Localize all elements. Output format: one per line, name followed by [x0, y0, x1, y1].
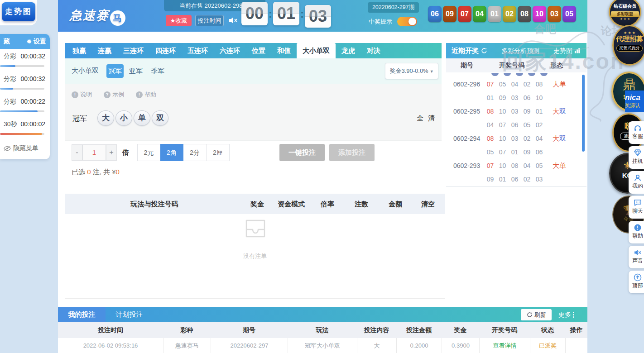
badge-agent-recruit[interactable]: ★ ★ ★ 代理招募 托管式跑分	[612, 25, 644, 66]
badge1-line1: 钻石级会员	[610, 3, 640, 10]
refresh-button[interactable]: 刷新	[521, 309, 552, 320]
refresh-icon	[527, 312, 533, 318]
tab-plan-bets[interactable]: 计划投注	[106, 307, 153, 322]
game-tab-3[interactable]: 三连环	[117, 43, 149, 58]
unit-1[interactable]: 2元	[137, 144, 160, 161]
position-chip-3[interactable]: 季军	[151, 64, 164, 78]
clear-button[interactable]: 清	[428, 114, 435, 123]
unit-3[interactable]: 2分	[183, 144, 207, 161]
game-tab-10[interactable]: 龙虎	[336, 43, 361, 58]
progress-track	[0, 65, 44, 67]
win-tip-toggle[interactable]	[397, 17, 417, 26]
colon: :	[299, 2, 305, 25]
draw-number: 04	[521, 160, 533, 172]
unit-2[interactable]: 2角	[160, 144, 183, 161]
help-link[interactable]: !帮助	[136, 91, 156, 99]
bet-option-小[interactable]: 小	[115, 110, 132, 126]
betslip-col-header: 玩法与投注号码	[65, 200, 244, 209]
float-button-帮助[interactable]: 帮助	[629, 221, 644, 243]
lottery-item[interactable]: 30秒00:00:02	[0, 117, 50, 139]
tab-my-bets[interactable]: 我的投注	[58, 307, 106, 322]
position-chip-1[interactable]: 冠军	[106, 64, 124, 78]
page: 急速赛马 当前在售 20220602-298 期 ★收藏 投注时间 00 : 0…	[0, 0, 644, 353]
sidebar-settings[interactable]: 设置	[26, 34, 46, 49]
bet-option-大[interactable]: 大	[97, 110, 114, 126]
select-all-button[interactable]: 全	[417, 114, 423, 123]
tab-trend[interactable]: 走势图	[553, 43, 580, 58]
betslip-col-header: 倍率	[312, 200, 343, 209]
float-button-聊天[interactable]: 聊天	[629, 196, 644, 219]
help-link[interactable]: !说明	[72, 91, 92, 99]
more-button[interactable]: 更多	[558, 307, 574, 322]
draw-number: 08	[509, 160, 521, 172]
total-amount: 0	[116, 168, 120, 176]
position-chip-2[interactable]: 亚军	[129, 64, 143, 78]
bet-time-button[interactable]: 投注时间	[195, 15, 224, 26]
recent-pattern: 大双	[545, 133, 574, 144]
bet-option-单[interactable]: 单	[134, 110, 150, 126]
draw-number: 07	[496, 119, 509, 131]
recent-scrollbar[interactable]	[582, 75, 585, 152]
countdown-hours: 00	[241, 2, 268, 25]
help-link[interactable]: ?示例	[104, 91, 124, 99]
pattern-char: 大	[553, 80, 559, 88]
refresh-label: 刷新	[534, 309, 546, 320]
betslip-col-header: 清空	[411, 200, 445, 209]
game-tab-4[interactable]: 四连环	[149, 43, 182, 58]
game-tab-1[interactable]: 独赢	[67, 43, 92, 58]
logo-horse-circle: 马	[110, 10, 125, 26]
tab-recent-draws[interactable]: 近期开奖	[452, 43, 487, 58]
game-tab-7[interactable]: 位置	[246, 43, 271, 58]
float-button-挂机[interactable]: 挂机	[629, 146, 644, 169]
game-tab-11[interactable]: 对决	[361, 43, 386, 58]
recent-row: 0602-29408100302040507010906大双	[446, 131, 586, 158]
float-button-客服[interactable]: 客服	[629, 121, 644, 144]
colon: :	[268, 2, 273, 25]
draw-number: 08	[484, 133, 496, 144]
float-button-声音[interactable]: 声音	[629, 246, 644, 268]
badge-nica[interactable]: nica 奖源认	[625, 91, 644, 112]
speaker-mute-icon[interactable]	[229, 16, 238, 26]
trend-patch: 走势图	[0, 0, 37, 25]
game-tab-5[interactable]: 五连环	[182, 43, 214, 58]
lottery-item[interactable]: 分彩00:00:32	[0, 72, 50, 94]
trend-chart-button[interactable]: 走势图	[2, 2, 35, 21]
game-tab-9[interactable]: 大小单双	[297, 43, 336, 58]
summary-prefix: 已选	[72, 168, 85, 176]
multiplier-input[interactable]: 1	[82, 144, 106, 161]
recent-numbers-line1: 0705040208	[484, 78, 545, 90]
multiplier-minus-button[interactable]: -	[72, 144, 82, 161]
draw-number: 03	[509, 92, 521, 104]
partial-row-balls	[491, 73, 548, 76]
diamond-icon	[634, 149, 642, 157]
lottery-item[interactable]: 分彩00:00:22	[0, 94, 50, 117]
tab-analysis[interactable]: 多彩分析预测	[501, 43, 539, 58]
bonus-dropdown[interactable]: 奖金3.90-0.0%▼	[385, 63, 438, 79]
headset-icon	[634, 124, 642, 132]
game-tab-8[interactable]: 和值	[271, 43, 297, 58]
add-bet-button[interactable]: 添加投注	[329, 144, 375, 161]
badge-diamond-member[interactable]: 钻石级会员 多彩联盟 ★ ★ ★	[609, 0, 641, 27]
quick-bet-button[interactable]: 一键投注	[279, 144, 325, 161]
view-details-link[interactable]: 查看详情	[479, 338, 530, 353]
sidebar-fav-label[interactable]: 藏	[4, 34, 10, 49]
recent-numbers-line2: 0407060502	[484, 119, 545, 131]
unit-4[interactable]: 2厘	[207, 144, 230, 161]
multiplier-plus-button[interactable]: +	[106, 144, 117, 161]
top-header: 急速赛马 当前在售 20220602-298 期 ★收藏 投注时间 00 : 0…	[58, 0, 587, 32]
bet-option-双[interactable]: 双	[152, 110, 168, 126]
game-tab-6[interactable]: 六连环	[214, 43, 246, 58]
draw-number: 08	[533, 78, 545, 90]
betslip-col-header: 注数	[343, 200, 380, 209]
pattern-char: 双	[559, 134, 566, 142]
draw-number: 04	[533, 133, 545, 144]
float-button-我的[interactable]: 我的	[629, 171, 644, 194]
hide-menu-button[interactable]: 隐藏菜单	[4, 144, 38, 153]
recent-issue: 0602-293	[453, 160, 482, 172]
favorite-button[interactable]: ★收藏	[166, 15, 192, 26]
lottery-item[interactable]: 分彩00:00:32	[0, 49, 50, 72]
betslip-col-header: 金额	[380, 200, 411, 209]
draw-number: 05	[484, 146, 496, 158]
float-button-顶部[interactable]: 顶部	[629, 271, 644, 293]
game-tab-2[interactable]: 连赢	[92, 43, 117, 58]
